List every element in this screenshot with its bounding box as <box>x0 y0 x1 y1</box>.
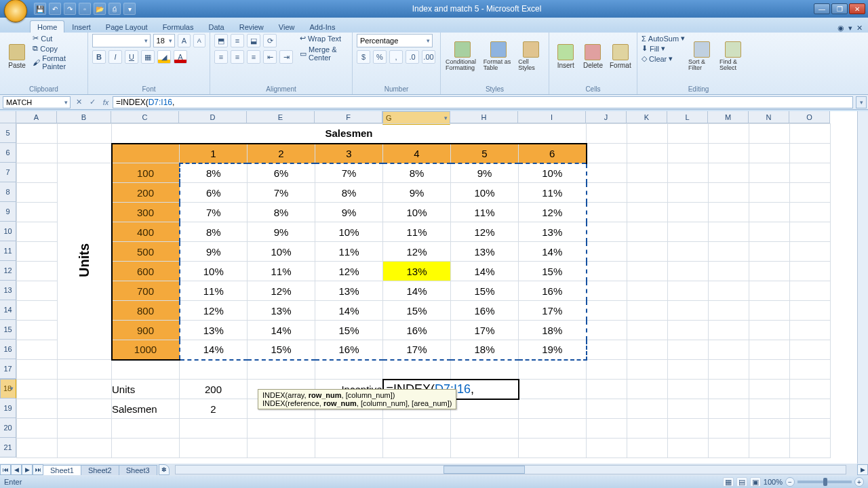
tab-insert[interactable]: Insert <box>64 20 98 33</box>
data-cell[interactable]: 16% <box>519 281 587 301</box>
sheet-tab-3[interactable]: Sheet3 <box>119 465 157 475</box>
align-bottom-button[interactable]: ⬓ <box>247 34 260 47</box>
row-header-8[interactable]: 8 <box>0 182 16 202</box>
data-cell[interactable]: 15% <box>451 281 519 301</box>
align-middle-button[interactable]: ≡ <box>231 34 244 47</box>
data-cell[interactable]: 11% <box>315 242 383 262</box>
row-header-20[interactable]: 20 <box>0 418 16 438</box>
align-left-button[interactable]: ≡ <box>214 50 228 64</box>
column-header-F[interactable]: F <box>315 111 382 123</box>
view-normal-button[interactable]: ▦ <box>723 477 734 487</box>
zoom-in-button[interactable]: + <box>854 477 864 487</box>
comma-button[interactable]: , <box>389 50 403 64</box>
data-cell[interactable]: 10% <box>180 262 248 281</box>
name-box[interactable]: MATCH <box>3 96 71 108</box>
data-cell[interactable]: 10% <box>383 203 451 222</box>
data-cell[interactable]: 9% <box>315 203 383 222</box>
close-workbook-icon[interactable]: ✕ <box>856 24 863 33</box>
font-color-button[interactable]: A <box>174 50 187 64</box>
data-cell[interactable]: 10% <box>451 183 519 203</box>
bold-button[interactable]: B <box>92 50 106 64</box>
data-cell[interactable]: 14% <box>248 321 315 340</box>
maximize-button[interactable]: ❐ <box>831 3 848 14</box>
column-header-K[interactable]: K <box>627 111 667 123</box>
sort-filter-button[interactable]: Sort & Filter <box>688 34 716 79</box>
column-header-C[interactable]: C <box>111 111 179 123</box>
decrease-indent-button[interactable]: ⇤ <box>263 50 277 64</box>
data-cell[interactable]: 18% <box>519 321 587 340</box>
row-header-6[interactable]: 6 <box>0 143 16 163</box>
italic-button[interactable]: I <box>108 50 122 64</box>
column-header-M[interactable]: M <box>708 111 749 123</box>
fill-button[interactable]: ⬇Fill ▾ <box>642 44 685 53</box>
data-cell[interactable]: 17% <box>519 301 587 321</box>
column-header-L[interactable]: L <box>667 111 708 123</box>
tab-home[interactable]: Home <box>30 20 64 33</box>
shrink-font-button[interactable]: A <box>193 34 205 47</box>
tab-addins[interactable]: Add-Ins <box>302 20 342 33</box>
units-value[interactable]: 200 <box>180 380 248 399</box>
last-sheet-button[interactable]: ⏭ <box>33 464 43 475</box>
qat-print-icon[interactable]: ⎙ <box>108 3 121 15</box>
data-cell[interactable]: 10% <box>315 222 383 242</box>
row-header-16[interactable]: 16 <box>0 340 16 359</box>
data-cell[interactable]: 13% <box>180 321 248 340</box>
column-header-O[interactable]: O <box>789 111 830 123</box>
font-size-select[interactable]: 18 <box>153 34 176 47</box>
autosum-button[interactable]: ΣAutoSum ▾ <box>642 34 685 43</box>
increase-decimal-button[interactable]: .0 <box>406 50 419 64</box>
vertical-scrollbar[interactable] <box>857 111 868 464</box>
row-header-13[interactable]: 13 <box>0 281 16 300</box>
view-layout-button[interactable]: ▤ <box>736 477 747 487</box>
merge-center-button[interactable]: ▭Merge & Center <box>300 45 348 62</box>
sheet-tab-2[interactable]: Sheet2 <box>81 465 119 475</box>
worksheet-grid[interactable]: ABCDEFGHIJKLMNO 567891011121314151617181… <box>0 111 868 464</box>
cancel-formula-button[interactable]: ✕ <box>72 96 85 108</box>
enter-formula-button[interactable]: ✓ <box>85 96 99 108</box>
data-cell[interactable]: 11% <box>248 262 315 281</box>
column-header-G[interactable]: G <box>382 111 450 125</box>
data-cell[interactable]: 12% <box>451 222 519 242</box>
underline-button[interactable]: U <box>125 50 138 64</box>
currency-button[interactable]: $ <box>357 50 370 64</box>
increase-indent-button[interactable]: ⇥ <box>279 50 293 64</box>
data-cell[interactable]: 9% <box>248 222 315 242</box>
data-cell[interactable]: 14% <box>383 281 451 301</box>
column-header-B[interactable]: B <box>57 111 111 123</box>
data-cell[interactable]: 6% <box>180 183 248 203</box>
expand-formula-bar-button[interactable]: ▾ <box>856 96 867 108</box>
data-cell[interactable]: 16% <box>383 321 451 340</box>
data-cell[interactable]: 12% <box>519 203 587 222</box>
data-cell[interactable]: 7% <box>315 163 383 183</box>
data-cell[interactable]: 14% <box>451 262 519 281</box>
salesmen-value[interactable]: 2 <box>180 399 248 419</box>
data-cell[interactable]: 13% <box>383 262 451 281</box>
data-cell[interactable]: 11% <box>180 281 248 301</box>
qat-save-icon[interactable]: 💾 <box>34 3 46 15</box>
format-cells-button[interactable]: Format <box>608 34 633 79</box>
column-header-J[interactable]: J <box>586 111 627 123</box>
data-cell[interactable]: 12% <box>248 281 315 301</box>
orientation-button[interactable]: ⟳ <box>263 34 277 47</box>
data-cell[interactable]: 19% <box>519 340 587 360</box>
data-cell[interactable]: 16% <box>315 340 383 360</box>
data-cell[interactable]: 11% <box>451 203 519 222</box>
horizontal-scrollbar[interactable] <box>175 465 846 474</box>
tab-page-layout[interactable]: Page Layout <box>98 20 155 33</box>
row-header-21[interactable]: 21 <box>0 438 16 458</box>
paste-button[interactable]: Paste <box>4 34 30 79</box>
first-sheet-button[interactable]: ⏮ <box>0 464 11 475</box>
data-cell[interactable]: 11% <box>519 183 587 203</box>
clear-button[interactable]: ◇Clear ▾ <box>642 54 685 63</box>
wrap-text-button[interactable]: ↩Wrap Text <box>300 34 348 43</box>
row-header-14[interactable]: 14 <box>0 300 16 320</box>
column-header-D[interactable]: D <box>179 111 247 123</box>
minimize-button[interactable]: — <box>814 3 830 14</box>
data-cell[interactable]: 9% <box>383 183 451 203</box>
fill-color-button[interactable]: ◢ <box>157 50 171 64</box>
data-cell[interactable]: 13% <box>451 242 519 262</box>
office-button[interactable] <box>4 0 27 22</box>
row-header-5[interactable]: 5 <box>0 123 16 143</box>
align-right-button[interactable]: ≡ <box>247 50 260 64</box>
column-header-H[interactable]: H <box>450 111 518 123</box>
